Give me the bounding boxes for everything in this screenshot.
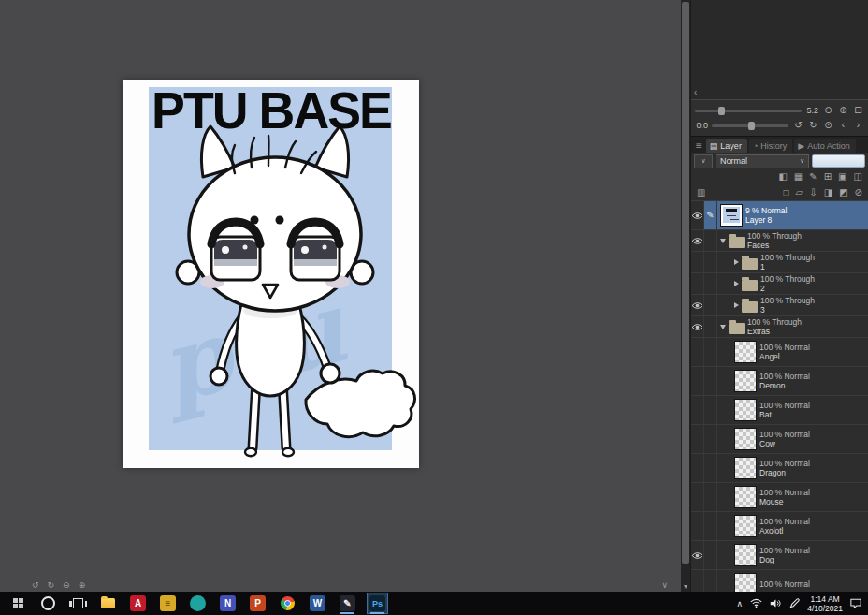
layer-row-body[interactable]: 100 % Through3	[717, 295, 868, 315]
layer-visibility-toggle[interactable]	[691, 541, 704, 569]
layer-row-body[interactable]: 100 % ThroughFaces	[717, 230, 868, 251]
layer-visibility-toggle[interactable]	[691, 396, 704, 424]
rotation-slider-knob[interactable]	[748, 122, 755, 130]
layer-visibility-toggle[interactable]	[691, 512, 704, 540]
blend-mode-select[interactable]: Normal ∨	[716, 154, 809, 168]
tab-layer[interactable]: ▤Layer	[706, 139, 747, 153]
clip-studio-button[interactable]: ✎	[337, 593, 358, 614]
word-button[interactable]: W	[307, 593, 328, 614]
layer-visibility-toggle[interactable]	[691, 316, 704, 337]
onenote-button[interactable]: N	[217, 593, 239, 614]
expand-arrow-icon[interactable]	[734, 281, 739, 286]
pen-icon[interactable]	[789, 595, 800, 612]
zoom-out-icon[interactable]: ⊖	[63, 581, 70, 590]
document-page[interactable]: ptu	[123, 80, 419, 468]
layer-row[interactable]: 100 % NormalDog	[691, 541, 868, 570]
rotate-ccw-icon[interactable]: ↺	[792, 121, 804, 130]
draft-layer-icon[interactable]: ✎	[809, 172, 817, 182]
file-explorer-button[interactable]	[97, 593, 119, 614]
wifi-icon[interactable]	[750, 595, 762, 612]
layer-visibility-toggle[interactable]	[691, 570, 704, 592]
new-folder-icon[interactable]: ▱	[796, 188, 803, 198]
zoom-in-icon[interactable]: ⊕	[837, 106, 849, 115]
sticky-notes-button[interactable]: ≡	[157, 593, 179, 614]
layer-row[interactable]: 100 % Through3	[691, 295, 868, 316]
layer-row-body[interactable]: 100 % NormalMouse	[717, 483, 868, 511]
halftone-icon[interactable]: ▦	[794, 172, 803, 182]
start-button[interactable]	[7, 593, 29, 614]
layer-row-body[interactable]: 100 % NormalDemon	[717, 367, 868, 395]
layer-row-body[interactable]: 100 % ThroughExtras	[717, 316, 868, 337]
layer-row[interactable]: 100 % NormalCow	[691, 425, 868, 454]
layer-visibility-toggle[interactable]	[691, 338, 704, 366]
layer-thumbnail[interactable]	[734, 428, 757, 450]
scroll-down-arrow-icon[interactable]: ▾	[681, 582, 690, 591]
thumbnail-size-icon[interactable]: ▥	[697, 188, 705, 198]
layer-row[interactable]: 100 % ThroughExtras	[691, 316, 868, 338]
layer-row-body[interactable]: 100 % Through1	[717, 252, 868, 272]
layer-row-body[interactable]: 100 % NormalCow	[717, 425, 868, 453]
layer-row[interactable]: 100 % Through1	[691, 252, 868, 273]
layer-visibility-toggle[interactable]	[691, 230, 704, 251]
delete-layer-icon[interactable]: ⊘	[855, 188, 862, 198]
volume-icon[interactable]	[770, 595, 782, 612]
layer-row-body[interactable]: 100 % Normal	[717, 570, 868, 592]
search-button[interactable]	[37, 593, 59, 614]
tab-auto-action[interactable]: ▶Auto Action	[794, 139, 855, 153]
layer-row[interactable]: ✎9 % NormalLayer 8	[691, 201, 868, 230]
lock-transparent-icon[interactable]: ◧	[778, 172, 787, 182]
layer-visibility-toggle[interactable]	[691, 483, 704, 511]
layer-row-body[interactable]: 100 % Through2	[717, 273, 868, 294]
tab-history[interactable]: ◔History	[749, 139, 792, 153]
taskbar-clock[interactable]: 1:14 AM 4/10/2021	[807, 594, 843, 613]
transfer-to-lower-icon[interactable]: ⇩	[809, 188, 817, 198]
layer-row[interactable]: 100 % NormalDragon	[691, 454, 868, 483]
palette-color-combo[interactable]: ∨	[694, 154, 713, 168]
layer-row[interactable]: 100 % NormalBat	[691, 396, 868, 425]
collapse-down-icon[interactable]: ∨	[661, 581, 668, 590]
collapse-arrow-icon[interactable]	[720, 325, 726, 329]
layer-visibility-toggle[interactable]	[691, 295, 704, 315]
paint-app-button[interactable]	[187, 593, 209, 614]
layer-thumbnail[interactable]	[734, 341, 757, 363]
layer-mask-icon[interactable]: ◩	[839, 188, 847, 198]
layer-visibility-toggle[interactable]	[691, 252, 704, 272]
layer-row[interactable]: 100 % ThroughFaces	[691, 230, 868, 252]
next-view-icon[interactable]: ›	[852, 121, 864, 130]
layer-row-body[interactable]: 100 % NormalBat	[717, 396, 868, 424]
zoom-slider[interactable]	[695, 110, 802, 112]
layer-row-body[interactable]: 100 % NormalDog	[717, 541, 868, 569]
reset-rotation-icon[interactable]: ⊙	[822, 121, 834, 130]
collapse-arrow-icon[interactable]	[720, 239, 726, 243]
rotation-slider[interactable]	[712, 124, 788, 127]
palette-menu-icon[interactable]: ≡	[693, 140, 704, 153]
layer-visibility-toggle[interactable]	[691, 425, 704, 453]
tray-expand-icon[interactable]: ∧	[737, 599, 744, 608]
chrome-button[interactable]	[277, 593, 298, 614]
layer-row[interactable]: 100 % NormalAxolotl	[691, 512, 868, 541]
layer-row[interactable]: 100 % NormalMouse	[691, 483, 868, 512]
reference-icon[interactable]: ▣	[838, 172, 846, 182]
action-center-icon[interactable]	[850, 595, 861, 612]
new-layer-icon[interactable]: □	[784, 188, 789, 198]
scrollbar-thumb[interactable]	[682, 2, 689, 564]
layer-thumbnail[interactable]	[734, 544, 757, 566]
layer-row[interactable]: 100 % Normal	[691, 570, 868, 592]
layer-row-body[interactable]: 100 % NormalDragon	[717, 454, 868, 482]
layer-row-body[interactable]: 100 % NormalAngel	[717, 338, 868, 366]
opacity-slider[interactable]	[812, 154, 865, 168]
zoom-in-icon[interactable]: ⊕	[79, 581, 86, 590]
merge-to-lower-icon[interactable]: ◨	[824, 188, 832, 198]
layer-thumbnail[interactable]	[734, 370, 757, 392]
layer-thumbnail[interactable]	[734, 486, 757, 508]
zoom-slider-knob[interactable]	[718, 107, 725, 115]
layer-row[interactable]: 100 % Through2	[691, 273, 868, 295]
expand-arrow-icon[interactable]	[734, 259, 739, 265]
layer-visibility-toggle[interactable]	[691, 454, 704, 482]
canvas-vertical-scrollbar[interactable]: ▾	[681, 0, 690, 592]
task-view-button[interactable]	[67, 593, 89, 614]
layer-thumbnail[interactable]	[734, 399, 757, 421]
layer-thumbnail[interactable]	[720, 204, 743, 227]
acrobat-button[interactable]: A	[127, 593, 149, 614]
layer-row-body[interactable]: 9 % NormalLayer 8	[717, 201, 868, 229]
